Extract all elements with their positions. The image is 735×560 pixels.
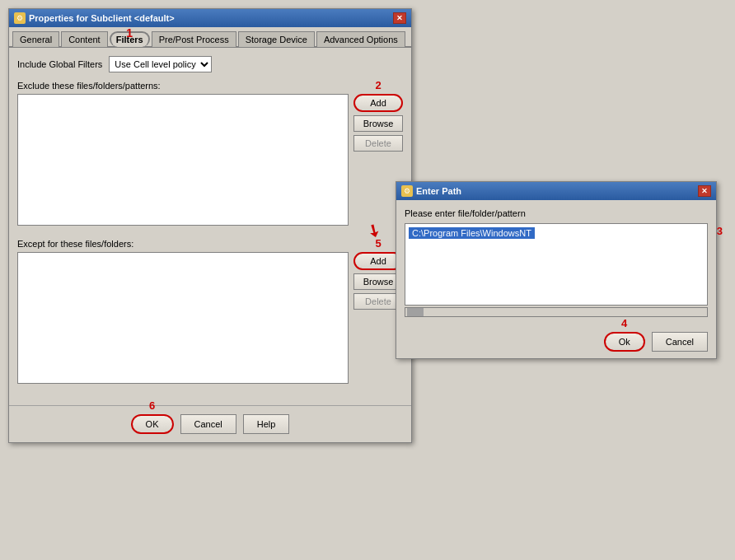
- enter-path-prompt: Please enter file/folder/pattern: [405, 208, 708, 218]
- dialog-body: Include Global Filters Use Cell level po…: [9, 48, 411, 405]
- main-dialog-footer: 6 OK Cancel Help: [9, 405, 411, 442]
- tab-filters[interactable]: Filters 1: [110, 31, 150, 47]
- tab-prepost[interactable]: Pre/Post Process: [152, 31, 236, 47]
- tab-content[interactable]: Content: [61, 31, 108, 47]
- enter-path-close-button[interactable]: ✕: [698, 185, 711, 197]
- enter-path-ok-button[interactable]: Ok: [604, 332, 645, 352]
- path-input-area[interactable]: C:\Program Files\WindowsNT: [405, 223, 708, 306]
- tab-general[interactable]: General: [12, 31, 59, 47]
- main-ok-button[interactable]: OK: [131, 414, 174, 434]
- except-label: Except for these files/folders:: [17, 239, 403, 249]
- annotation-1: 1: [126, 26, 133, 40]
- except-section: 5 Add Browse Delete: [17, 252, 403, 384]
- path-scrollbar[interactable]: [405, 307, 708, 317]
- enter-path-icon: ⚙: [401, 185, 413, 197]
- exclude-label: Exclude these files/folders/patterns:: [17, 81, 403, 91]
- main-dialog-close-button[interactable]: ✕: [393, 12, 406, 24]
- enter-path-footer: 4 Ok Cancel: [396, 325, 716, 358]
- main-dialog: ⚙ Properties for Subclient <default> ✕ G…: [8, 8, 412, 443]
- enter-path-title: Enter Path: [416, 186, 461, 196]
- main-dialog-title: Properties for Subclient <default>: [29, 13, 175, 23]
- exclude-listbox[interactable]: [17, 94, 349, 226]
- annotation-2: 2: [375, 79, 381, 91]
- main-cancel-button[interactable]: Cancel: [180, 414, 236, 434]
- tabs-bar: General Content Filters 1 Pre/Post Proce…: [9, 27, 411, 48]
- global-filters-label: Include Global Filters: [17, 59, 102, 69]
- exclude-section: 2 Add Browse Delete: [17, 94, 403, 226]
- global-filters-select[interactable]: Use Cell level policy: [109, 56, 212, 72]
- enter-path-dialog: ⚙ Enter Path ✕ Please enter file/folder/…: [396, 181, 717, 359]
- tab-advanced[interactable]: Advanced Options: [316, 31, 405, 47]
- enter-path-cancel-button[interactable]: Cancel: [652, 332, 708, 352]
- path-value: C:\Program Files\WindowsNT: [409, 227, 535, 239]
- annotation-6: 6: [149, 399, 155, 412]
- annotation-4: 4: [621, 317, 627, 329]
- exclude-add-button[interactable]: Add: [353, 94, 403, 112]
- tab-storage[interactable]: Storage Device: [238, 31, 315, 47]
- exclude-delete-button[interactable]: Delete: [353, 135, 403, 152]
- main-dialog-titlebar: ⚙ Properties for Subclient <default> ✕: [9, 9, 411, 27]
- global-filters-row: Include Global Filters Use Cell level po…: [17, 56, 403, 72]
- annotation-3: 3: [717, 225, 723, 237]
- exclude-browse-button[interactable]: Browse: [353, 115, 403, 132]
- enter-path-body: Please enter file/folder/pattern C:\Prog…: [396, 200, 716, 325]
- except-listbox[interactable]: [17, 252, 349, 384]
- enter-path-titlebar: ⚙ Enter Path ✕: [396, 182, 716, 200]
- main-help-button[interactable]: Help: [243, 414, 290, 434]
- path-scrollbar-thumb: [407, 308, 424, 316]
- dialog-icon: ⚙: [14, 12, 26, 24]
